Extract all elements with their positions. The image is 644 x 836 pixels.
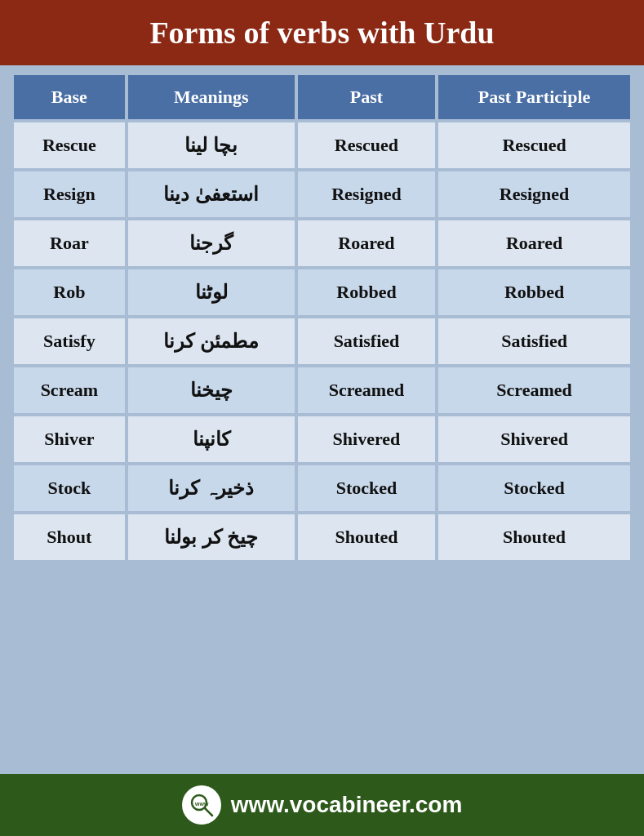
cell-past-participle: Rescued: [437, 121, 632, 170]
footer-url: www.vocabineer.com: [231, 792, 463, 818]
cell-meaning: گرجنا: [127, 219, 296, 268]
svg-line-1: [205, 808, 212, 816]
cell-past: Screamed: [296, 366, 437, 415]
col-past-participle: Past Participle: [437, 73, 632, 121]
table-row: ScreamچیخناScreamedScreamed: [12, 366, 632, 415]
cell-past-participle: Roared: [437, 219, 632, 268]
cell-meaning: لوٹنا: [127, 268, 296, 317]
cell-meaning: کانپنا: [127, 415, 296, 464]
cell-base: Resign: [12, 170, 127, 219]
page-wrapper: Forms of verbs with Urdu Base Meanings P…: [0, 0, 644, 836]
col-meanings: Meanings: [127, 73, 296, 121]
footer: www www.vocabineer.com: [0, 774, 644, 836]
cell-past: Satisfied: [296, 317, 437, 366]
col-past: Past: [296, 73, 437, 121]
cell-past-participle: Shivered: [437, 415, 632, 464]
table-row: Shoutچیخ کر بولناShoutedShouted: [12, 513, 632, 562]
cell-base: Satisfy: [12, 317, 127, 366]
cell-meaning: ذخیرہ کرنا: [127, 464, 296, 513]
table-row: Satisfyمطمئن کرناSatisfiedSatisfied: [12, 317, 632, 366]
footer-icon: www: [182, 785, 221, 825]
page-title: Forms of verbs with Urdu: [16, 15, 628, 51]
table-container: Base Meanings Past Past Participle Rescu…: [0, 65, 644, 774]
cell-past-participle: Shouted: [437, 513, 632, 562]
cell-past-participle: Robbed: [437, 268, 632, 317]
cell-past-participle: Satisfied: [437, 317, 632, 366]
cell-meaning: چیخنا: [127, 366, 296, 415]
www-search-icon: www: [189, 792, 215, 818]
cell-past: Stocked: [296, 464, 437, 513]
table-header-row: Base Meanings Past Past Participle: [12, 73, 632, 121]
table-row: Resignاستعفیٰ دیناResignedResigned: [12, 170, 632, 219]
svg-text:www: www: [194, 801, 209, 807]
cell-past: Robbed: [296, 268, 437, 317]
cell-past: Shivered: [296, 415, 437, 464]
table-row: ShiverکانپناShiveredShivered: [12, 415, 632, 464]
cell-base: Rob: [12, 268, 127, 317]
cell-base: Stock: [12, 464, 127, 513]
title-bar: Forms of verbs with Urdu: [0, 0, 644, 65]
cell-base: Roar: [12, 219, 127, 268]
table-row: Rescueبچا لیناRescuedRescued: [12, 121, 632, 170]
cell-base: Rescue: [12, 121, 127, 170]
table-row: RobلوٹناRobbedRobbed: [12, 268, 632, 317]
cell-past-participle: Screamed: [437, 366, 632, 415]
cell-base: Shout: [12, 513, 127, 562]
cell-past-participle: Stocked: [437, 464, 632, 513]
cell-meaning: بچا لینا: [127, 121, 296, 170]
cell-base: Scream: [12, 366, 127, 415]
verbs-table: Base Meanings Past Past Participle Rescu…: [12, 73, 632, 562]
table-row: RoarگرجناRoaredRoared: [12, 219, 632, 268]
cell-past-participle: Resigned: [437, 170, 632, 219]
cell-meaning: مطمئن کرنا: [127, 317, 296, 366]
col-base: Base: [12, 73, 127, 121]
table-row: Stockذخیرہ کرناStockedStocked: [12, 464, 632, 513]
cell-base: Shiver: [12, 415, 127, 464]
cell-past: Rescued: [296, 121, 437, 170]
cell-meaning: استعفیٰ دینا: [127, 170, 296, 219]
cell-meaning: چیخ کر بولنا: [127, 513, 296, 562]
cell-past: Resigned: [296, 170, 437, 219]
cell-past: Roared: [296, 219, 437, 268]
cell-past: Shouted: [296, 513, 437, 562]
